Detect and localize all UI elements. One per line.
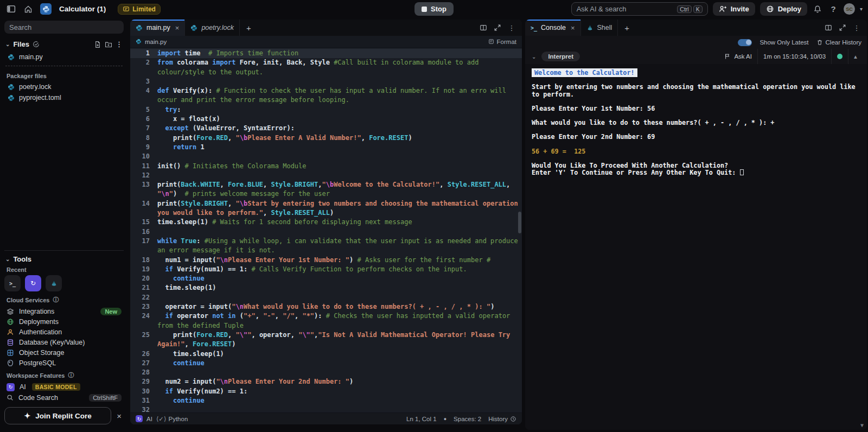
packager-file-item[interactable]: poetry.lock <box>4 81 124 92</box>
recent-tool-ai-icon[interactable]: ↻ <box>25 275 41 291</box>
repl-title[interactable]: Calculator (1) <box>59 5 106 13</box>
home-icon[interactable] <box>23 4 34 15</box>
format-button[interactable]: Format <box>488 39 516 45</box>
files-menu-kebab-icon[interactable]: ⋮ <box>116 40 123 48</box>
tool-item[interactable]: Object Storage <box>4 347 124 358</box>
tool-item[interactable]: Authentication <box>4 327 124 337</box>
code-line[interactable]: 31 continue <box>130 396 522 405</box>
split-pane-icon[interactable] <box>477 22 489 34</box>
editor-scrollbar[interactable] <box>518 212 521 233</box>
scroll-up-icon[interactable]: ▲ <box>848 49 863 64</box>
deploy-button[interactable]: Deploy <box>760 2 807 16</box>
code-line[interactable]: 12 <box>130 171 522 180</box>
new-console-tab-button[interactable]: + <box>618 20 636 36</box>
clear-history-button[interactable]: Clear History <box>816 39 861 46</box>
code-line[interactable]: 17while True: #Using a while loop, i can… <box>130 237 522 256</box>
code-line[interactable]: 10 <box>130 152 522 161</box>
file-item[interactable]: main.py <box>4 52 124 62</box>
code-line[interactable]: 25 print(Fore.RED, "\"", operator, "\"",… <box>130 331 522 350</box>
ai-status-icon[interactable]: ↻ <box>136 415 143 422</box>
code-line[interactable]: 30 if Verify(num2) == 1: <box>130 387 522 396</box>
code-line[interactable]: 18 num1 = input("\nPlease Enter Your 1st… <box>130 256 522 265</box>
ask-ai-button[interactable]: Ask AI <box>719 49 757 64</box>
tab-poetry.lock[interactable]: poetry.lock <box>185 20 240 36</box>
ai-status-label[interactable]: AI <box>146 416 152 422</box>
code-line[interactable]: 7 except (ValueError, SyntaxError): <box>130 124 522 133</box>
expand-pane-icon[interactable] <box>492 22 503 34</box>
join-replit-core-button[interactable]: ✦ Join Replit Core <box>4 407 111 424</box>
code-line[interactable]: 29 num2 = input("\nPlease Enter Your 2nd… <box>130 377 522 386</box>
code-line[interactable]: 9 return 1 <box>130 143 522 152</box>
sidebar-search-input[interactable] <box>4 21 124 34</box>
code-line[interactable]: 24 if operator not in ("+", "-", "/", "*… <box>130 312 522 331</box>
tool-item[interactable]: IntegrationsNew <box>4 306 124 316</box>
pane-menu-kebab-icon[interactable]: ⋮ <box>851 22 863 34</box>
avatar-chevron-down-icon[interactable]: ▾ <box>860 6 863 12</box>
code-line[interactable]: 26 time.sleep(1) <box>130 350 522 359</box>
code-line[interactable]: 27 continue <box>130 359 522 368</box>
run-timestamp[interactable]: 1m on 15:10:34, 10/03 <box>757 49 831 64</box>
code-line[interactable]: 5 try: <box>130 105 522 115</box>
new-file-icon[interactable] <box>94 41 101 48</box>
code-line[interactable]: 16 <box>130 227 522 237</box>
split-pane-icon[interactable] <box>822 22 834 34</box>
tools-header[interactable]: ⌄ Tools <box>5 255 123 263</box>
tab-Shell[interactable]: Shell <box>581 20 618 36</box>
postgres-icon <box>7 359 14 367</box>
close-tab-icon[interactable]: × <box>175 24 180 32</box>
code-line[interactable]: 4def Verify(x): # Function to check the … <box>130 86 522 105</box>
scroll-down-icon[interactable]: ▼ <box>860 422 864 429</box>
code-line[interactable]: 8 print(Fore.RED, "\bPlease Enter A Vali… <box>130 134 522 143</box>
code-line[interactable]: 6 x = float(x) <box>130 115 522 124</box>
avatar[interactable]: SC <box>844 3 855 15</box>
code-line[interactable]: 21 time.sleep(1) <box>130 283 522 293</box>
recent-tool-shell-icon[interactable] <box>46 275 62 291</box>
code-line[interactable]: 20 continue <box>130 274 522 283</box>
tab-main.py[interactable]: main.py× <box>130 20 185 36</box>
code-line[interactable]: 28 <box>130 368 522 377</box>
code-line[interactable]: 11init() # Initiates the Colorama Module <box>130 162 522 171</box>
spaces-setting[interactable]: Spaces: 2 <box>454 416 481 422</box>
console-output[interactable]: Welcome to the Calculator!Start by enter… <box>525 64 867 430</box>
code-editor[interactable]: 1import time # Imports time function2fro… <box>130 48 522 412</box>
interpret-pill[interactable]: Interpret <box>541 52 580 61</box>
code-line[interactable]: 2from colorama import Fore, init, Back, … <box>130 58 522 77</box>
files-header[interactable]: ⌄ Files ⋮ <box>5 40 123 48</box>
invite-button[interactable]: Invite <box>713 2 755 16</box>
new-folder-icon[interactable] <box>105 41 112 48</box>
code-line[interactable]: 1import time # Imports time function <box>130 49 522 58</box>
notifications-bell-icon[interactable] <box>812 4 823 15</box>
code-line[interactable]: 15time.sleep(1) # Waits for 1 second bef… <box>130 218 522 227</box>
collapse-chevron-icon[interactable]: ⌄ <box>532 54 536 60</box>
cursor-position[interactable]: Ln 1, Col 1 <box>406 416 437 422</box>
code-line[interactable]: 22 <box>130 293 522 302</box>
code-line[interactable]: 14print(Style.BRIGHT, "\bStart by enteri… <box>130 199 522 218</box>
code-line[interactable]: 23 operator = input("\nWhat would you li… <box>130 302 522 312</box>
pane-menu-kebab-icon[interactable]: ⋮ <box>506 22 518 34</box>
code-line[interactable]: 19 if Verify(num1) == 1: # Calls Verify … <box>130 265 522 274</box>
tool-item[interactable]: PostgreSQL <box>4 358 124 368</box>
show-only-latest-toggle[interactable] <box>738 39 752 46</box>
tool-item[interactable]: Code SearchCtrlShiftF <box>4 392 124 403</box>
stop-button[interactable]: Stop <box>414 2 454 16</box>
recent-tool-terminal-icon[interactable]: >_ <box>4 275 21 291</box>
new-tab-button[interactable]: + <box>240 20 258 36</box>
limited-badge[interactable]: Limited <box>118 4 161 15</box>
close-tab-icon[interactable]: × <box>571 24 575 32</box>
help-icon[interactable]: ? <box>828 4 839 15</box>
dismiss-join-core-icon[interactable]: × <box>114 411 124 421</box>
packager-file-item[interactable]: pyproject.toml <box>4 92 124 103</box>
expand-pane-icon[interactable] <box>837 22 848 34</box>
ask-ai-search-input[interactable]: Ask AI & search Ctrl K <box>571 2 708 16</box>
code-line[interactable]: 32 <box>130 405 522 412</box>
tool-item[interactable]: Deployments <box>4 316 124 327</box>
breadcrumb-file[interactable]: main.py <box>145 39 167 45</box>
code-line[interactable]: 13print(Back.WHITE, Fore.BLUE, Style.BRI… <box>130 180 522 199</box>
tool-item[interactable]: Database (Key/Value) <box>4 337 124 347</box>
code-line[interactable]: 3 <box>130 77 522 86</box>
tab-Console[interactable]: >_Console× <box>525 20 581 36</box>
sidebar-toggle-icon[interactable] <box>5 4 16 15</box>
history-button[interactable]: History <box>488 416 516 422</box>
tool-item[interactable]: ↻AIBASIC MODEL <box>4 382 124 392</box>
grid-icon <box>7 349 14 357</box>
